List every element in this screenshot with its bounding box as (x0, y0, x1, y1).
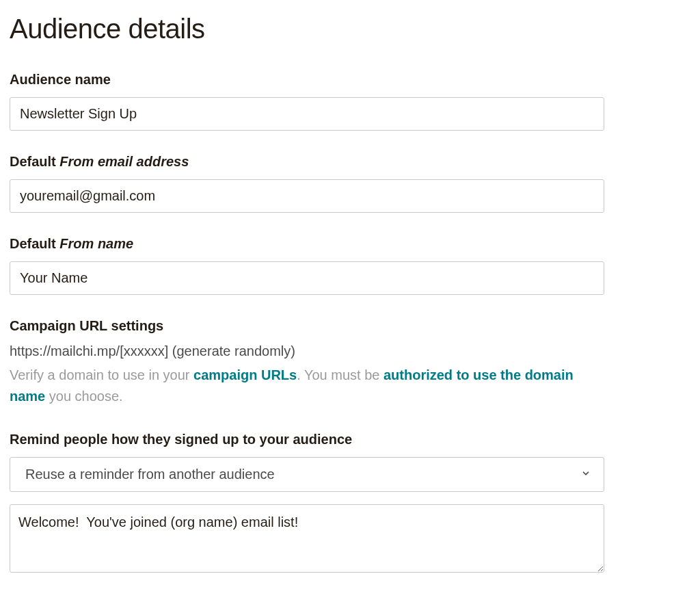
audience-name-input[interactable] (10, 97, 604, 131)
from-name-group: Default From name (10, 236, 690, 295)
campaign-url-section: Campaign URL settings https://mailchi.mp… (10, 318, 690, 407)
from-name-label: Default From name (10, 236, 690, 252)
help-text-part3: you choose. (45, 389, 122, 404)
reminder-group: Remind people how they signed up to your… (10, 432, 690, 575)
page-title: Audience details (10, 14, 690, 44)
audience-name-label: Audience name (10, 72, 690, 88)
from-name-label-prefix: Default (10, 236, 59, 251)
from-email-label-prefix: Default (10, 154, 59, 169)
help-text-part2: . You must be (297, 367, 383, 382)
campaign-url-header: Campaign URL settings (10, 318, 690, 334)
campaign-url-value: https://mailchi.mp/[xxxxxx] (generate ra… (10, 343, 690, 359)
audience-name-group: Audience name (10, 72, 690, 131)
from-name-input[interactable] (10, 261, 604, 295)
help-text-part1: Verify a domain to use in your (10, 367, 193, 382)
from-email-label-italic: From email address (59, 154, 189, 169)
from-name-label-italic: From name (59, 236, 133, 251)
from-email-label: Default From email address (10, 154, 690, 170)
reminder-header: Remind people how they signed up to your… (10, 432, 690, 447)
campaign-url-help: Verify a domain to use in your campaign … (10, 365, 604, 407)
reminder-textarea[interactable] (10, 504, 604, 573)
campaign-urls-link[interactable]: campaign URLs (193, 367, 297, 382)
from-email-input[interactable] (10, 179, 604, 213)
reminder-select[interactable]: Reuse a reminder from another audience (10, 457, 604, 492)
reminder-select-wrap: Reuse a reminder from another audience (10, 457, 604, 492)
from-email-group: Default From email address (10, 154, 690, 213)
